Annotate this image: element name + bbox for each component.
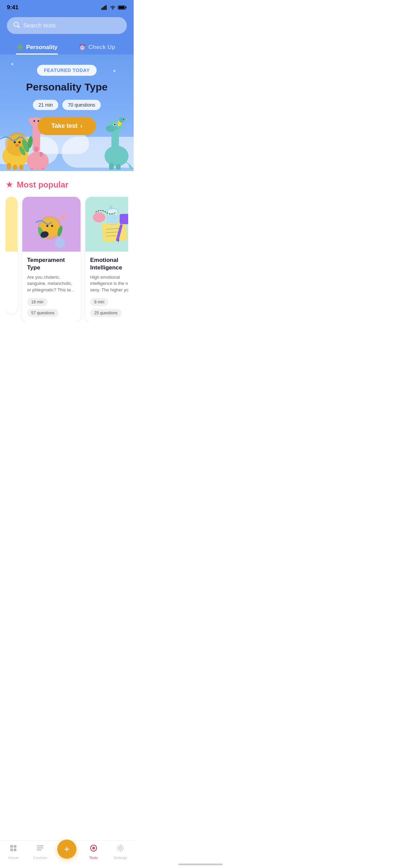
card-emotional-time: 8 min — [90, 298, 108, 306]
status-bar: 9:41 — [0, 0, 134, 14]
card-temperament-time: 18 min — [27, 298, 48, 306]
svg-point-53 — [51, 225, 53, 227]
cards-container: Temperament Type Are you choleric, sangu… — [5, 197, 128, 322]
svg-rect-3 — [106, 5, 107, 10]
card-partial-image — [5, 197, 17, 252]
svg-point-13 — [19, 141, 21, 143]
card-partial — [5, 197, 17, 313]
card-temperament-body: Temperament Type Are you choleric, sangu… — [22, 252, 81, 322]
tab-bar: ✳️ Personality ⏰ Check Up — [7, 39, 127, 55]
hero-title: Personality Type — [7, 81, 127, 93]
svg-point-56 — [61, 215, 66, 220]
search-bar[interactable]: Search tests — [7, 17, 127, 34]
card-temperament[interactable]: Temperament Type Are you choleric, sangu… — [22, 197, 81, 322]
svg-point-24 — [39, 152, 43, 157]
svg-rect-68 — [120, 214, 128, 224]
card-temperament-title: Temperament Type — [27, 256, 76, 272]
svg-point-67 — [93, 212, 105, 222]
status-time: 9:41 — [7, 4, 19, 11]
card-emotional-image — [85, 197, 128, 252]
svg-rect-17 — [19, 165, 23, 170]
checkup-tab-icon: ⏰ — [78, 44, 86, 51]
status-icons — [101, 5, 127, 10]
checkup-tab-label: Check Up — [88, 44, 115, 51]
most-popular-header: ★ Most popular — [5, 179, 128, 190]
most-popular-section: ★ Most popular — [0, 171, 134, 327]
svg-point-23 — [34, 146, 38, 152]
svg-rect-5 — [126, 7, 127, 9]
search-placeholder: Search tests — [23, 22, 56, 29]
wifi-icon — [110, 5, 116, 10]
card-temperament-desc: Are you choleric, sanguine, melancholic,… — [27, 274, 76, 293]
card-temperament-questions: 57 questions — [27, 309, 59, 317]
card-temperament-meta: 18 min 57 questions — [27, 298, 76, 317]
svg-rect-15 — [7, 163, 11, 170]
card-emotional-meta: 8 min 25 questions — [90, 298, 128, 317]
svg-point-12 — [14, 141, 16, 143]
svg-rect-16 — [13, 165, 17, 170]
battery-icon — [118, 5, 127, 10]
featured-text: FEATURED TODAY — [44, 68, 90, 73]
search-icon — [13, 21, 20, 30]
svg-rect-6 — [119, 7, 125, 9]
take-test-button[interactable]: Take test › — [38, 117, 96, 135]
take-test-arrow: › — [80, 122, 82, 130]
featured-badge: FEATURED TODAY — [37, 65, 97, 76]
signal-icon — [101, 5, 108, 10]
card-emotional[interactable]: Emotional Intelligence High emotional in… — [85, 197, 128, 322]
svg-line-8 — [18, 26, 20, 28]
svg-rect-44 — [116, 164, 121, 170]
hero-duration: 21 min — [33, 100, 58, 110]
personality-tab-icon: ✳️ — [16, 44, 24, 51]
card-emotional-title: Emotional Intelligence — [90, 256, 128, 272]
bottom-spacer — [0, 327, 134, 362]
svg-point-14 — [15, 144, 19, 147]
card-emotional-body: Emotional Intelligence High emotional in… — [85, 252, 128, 322]
card-emotional-questions: 25 questions — [90, 309, 122, 317]
personality-tab-label: Personality — [26, 44, 58, 51]
svg-rect-2 — [104, 6, 105, 10]
hero-content: FEATURED TODAY Personality Type 21 min 7… — [7, 65, 127, 135]
svg-point-22 — [27, 152, 49, 170]
svg-rect-0 — [101, 8, 102, 10]
svg-rect-66 — [108, 214, 117, 224]
svg-rect-43 — [109, 163, 114, 170]
featured-badge-wrap: FEATURED TODAY — [7, 65, 127, 81]
tab-personality[interactable]: ✳️ Personality — [7, 39, 67, 55]
tab-checkup[interactable]: ⏰ Check Up — [67, 39, 127, 55]
star-icon: ★ — [5, 179, 13, 190]
hero-questions: 70 questions — [62, 100, 100, 110]
svg-point-52 — [46, 225, 48, 227]
sparkle-3: · — [5, 89, 7, 94]
take-test-label: Take test — [51, 122, 78, 130]
card-temperament-image — [22, 197, 81, 252]
header: Search tests ✳️ Personality ⏰ Check Up — [0, 14, 134, 55]
hero-section: ✦ ✦ · FEATURED TODAY Personality Type 21… — [0, 55, 134, 171]
hero-meta: 21 min 70 questions — [7, 100, 127, 110]
svg-rect-1 — [103, 7, 104, 10]
most-popular-title: Most popular — [17, 180, 69, 190]
card-emotional-desc: High emotional intelligence is the new s… — [90, 274, 128, 293]
